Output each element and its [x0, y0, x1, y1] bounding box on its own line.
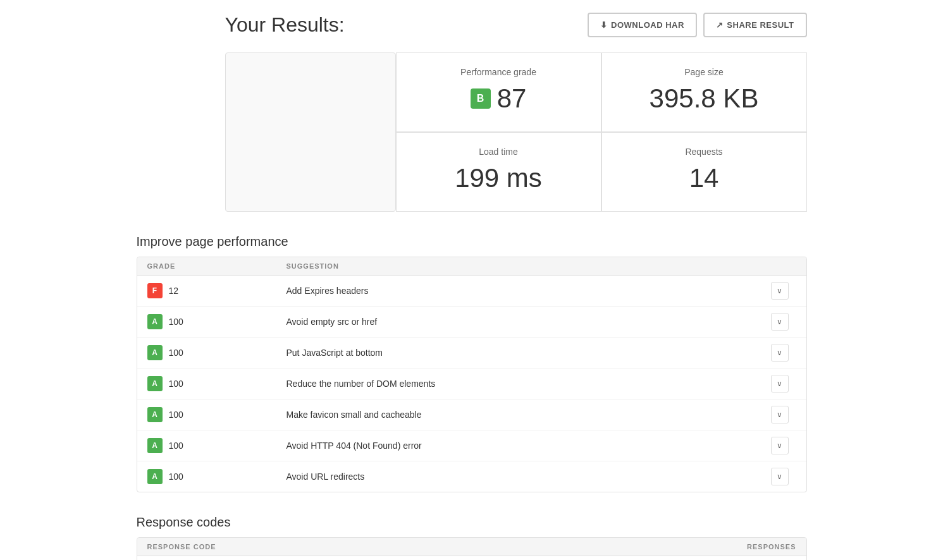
load-time-number: 199 ms	[455, 163, 542, 193]
share-btn-label: SHARE RESULT	[727, 20, 794, 30]
improve-table: GRADE SUGGESTION F 12 Add Expires header…	[137, 257, 807, 492]
share-result-button[interactable]: ↗ SHARE RESULT	[703, 13, 807, 37]
grade-badge-f: F	[147, 283, 163, 298]
col-header-responses: RESPONSES	[720, 543, 796, 551]
requests-number: 14	[689, 163, 719, 193]
load-time-label: Load time	[479, 147, 517, 157]
response-codes-table: RESPONSE CODE RESPONSES 200 OK 14	[137, 537, 807, 560]
requests-label: Requests	[685, 147, 722, 157]
response-codes-title: Response codes	[137, 515, 807, 530]
col-header-response-code: RESPONSE CODE	[147, 543, 720, 551]
col-header-suggestion: SUGGESTION	[287, 262, 796, 270]
grade-cell: A 100	[147, 407, 287, 422]
download-btn-label: DOWNLOAD HAR	[611, 20, 684, 30]
metric-requests: Requests 14	[601, 132, 807, 212]
suggestion-text: Avoid empty src or href	[287, 317, 771, 327]
screenshot-box	[225, 52, 396, 212]
grade-cell: A 100	[147, 438, 287, 453]
table-row: A 100 Avoid HTTP 404 (Not Found) error ∨	[137, 430, 806, 461]
results-area: Performance grade B 87 Page size 395.8 K…	[137, 52, 807, 212]
grade-cell: A 100	[147, 314, 287, 329]
table-row: F 12 Add Expires headers ∨	[137, 276, 806, 307]
grade-cell: A 100	[147, 345, 287, 360]
table-row: A 100 Make favicon small and cacheable ∨	[137, 399, 806, 430]
suggestion-text: Make favicon small and cacheable	[287, 410, 771, 420]
page-size-label: Page size	[684, 67, 723, 77]
expand-row-button[interactable]: ∨	[771, 313, 789, 331]
expand-row-button[interactable]: ∨	[771, 344, 789, 362]
improve-section-title: Improve page performance	[137, 234, 807, 249]
expand-row-button[interactable]: ∨	[771, 468, 789, 485]
table-row: A 100 Put JavaScript at bottom ∨	[137, 338, 806, 368]
table-row: A 100 Reduce the number of DOM elements …	[137, 368, 806, 399]
suggestion-text: Put JavaScript at bottom	[287, 348, 771, 358]
metric-load-time: Load time 199 ms	[396, 132, 601, 212]
grade-badge-a: A	[147, 438, 163, 453]
score-text: 100	[169, 410, 183, 420]
share-icon: ↗	[716, 20, 724, 30]
performance-grade-number: 87	[497, 83, 527, 114]
score-text: 100	[169, 348, 183, 358]
grade-badge-a: A	[147, 376, 163, 391]
download-har-button[interactable]: ⬇ DOWNLOAD HAR	[588, 13, 697, 37]
grade-cell: A 100	[147, 469, 287, 484]
improve-table-header: GRADE SUGGESTION	[137, 257, 806, 276]
grade-cell: F 12	[147, 283, 287, 298]
score-text: 12	[169, 286, 179, 296]
table-row: A 100 Avoid empty src or href ∨	[137, 307, 806, 338]
expand-row-button[interactable]: ∨	[771, 375, 789, 393]
grade-badge-a: A	[147, 469, 163, 484]
suggestion-text: Reduce the number of DOM elements	[287, 379, 771, 389]
performance-grade-value: B 87	[471, 83, 527, 114]
metric-page-size: Page size 395.8 KB	[601, 52, 807, 132]
suggestion-text: Avoid HTTP 404 (Not Found) error	[287, 441, 771, 451]
suggestion-text: Avoid URL redirects	[287, 472, 771, 482]
load-time-value: 199 ms	[455, 163, 542, 193]
header-buttons: ⬇ DOWNLOAD HAR ↗ SHARE RESULT	[588, 13, 807, 37]
performance-grade-label: Performance grade	[460, 67, 536, 77]
metric-performance-grade: Performance grade B 87	[396, 52, 601, 132]
suggestion-text: Add Expires headers	[287, 286, 771, 296]
response-table-header: RESPONSE CODE RESPONSES	[137, 538, 806, 556]
grade-badge-a: A	[147, 407, 163, 422]
download-icon: ⬇	[600, 20, 608, 30]
page-size-number: 395.8 KB	[650, 83, 759, 114]
requests-value: 14	[689, 163, 719, 193]
grade-cell: A 100	[147, 376, 287, 391]
page-title: Your Results:	[225, 13, 575, 37]
score-text: 100	[169, 317, 183, 327]
score-text: 100	[169, 472, 183, 482]
expand-row-button[interactable]: ∨	[771, 406, 789, 423]
page-size-value: 395.8 KB	[650, 83, 759, 114]
grade-badge-a: A	[147, 345, 163, 360]
expand-row-button[interactable]: ∨	[771, 282, 789, 300]
col-header-grade: GRADE	[147, 262, 287, 270]
performance-grade-badge: B	[471, 88, 491, 109]
score-text: 100	[169, 441, 183, 451]
grade-badge-a: A	[147, 314, 163, 329]
score-text: 100	[169, 379, 183, 389]
table-row: A 100 Avoid URL redirects ∨	[137, 461, 806, 492]
response-table-row: 200 OK 14	[137, 556, 806, 560]
expand-row-button[interactable]: ∨	[771, 437, 789, 454]
metrics-grid: Performance grade B 87 Page size 395.8 K…	[396, 52, 807, 212]
